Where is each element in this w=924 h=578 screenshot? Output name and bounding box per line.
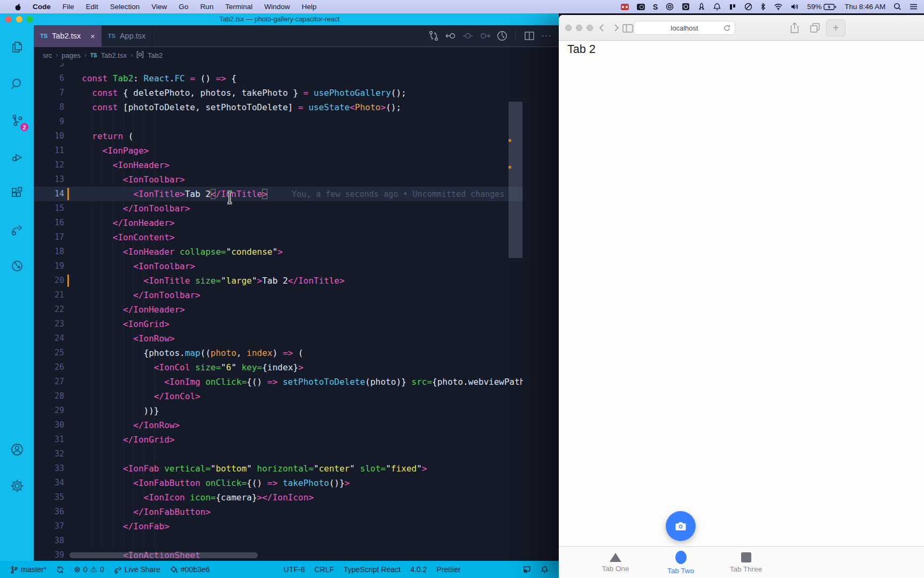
- notifications-bell-icon[interactable]: [536, 566, 553, 574]
- live-share-item[interactable]: Live Share: [109, 565, 165, 574]
- ion-tab-tab-one[interactable]: Tab One: [583, 547, 648, 578]
- formatter-item[interactable]: Prettier: [432, 565, 465, 574]
- explorer-icon[interactable]: [0, 29, 34, 66]
- menu-item-run[interactable]: Run: [194, 3, 219, 11]
- code-line-34[interactable]: 34 <IonFabButton onClick={() => takePhot…: [34, 476, 523, 490]
- menu-item-go[interactable]: Go: [173, 3, 194, 11]
- address-bar[interactable]: localhost: [634, 21, 735, 35]
- code-line-22[interactable]: 22 </IonHeader>: [34, 302, 523, 317]
- tab-overview-icon[interactable]: [808, 21, 822, 34]
- code-line-21[interactable]: 21 </IonToolbar>: [34, 288, 523, 302]
- timeline-clock-icon[interactable]: [496, 30, 508, 42]
- volume-menu-icon[interactable]: [791, 3, 799, 10]
- vscode-minimize-button[interactable]: [16, 16, 22, 22]
- ts-version-item[interactable]: 4.0.2: [405, 565, 432, 574]
- code-line-25[interactable]: 25 {photos.map((photo, index) => (: [34, 346, 523, 360]
- do-not-disturb-menu-icon[interactable]: [744, 3, 752, 11]
- spotlight-search-icon[interactable]: [894, 3, 902, 11]
- code-line-18[interactable]: 18 <IonHeader collapse="condense">: [34, 245, 523, 259]
- camera-menu-icon[interactable]: [637, 4, 645, 10]
- vertical-scrollbar[interactable]: [509, 102, 522, 258]
- safari-minimize-button[interactable]: [576, 25, 582, 31]
- code-line-19[interactable]: 19 <IonToolbar>: [34, 259, 523, 273]
- menu-clock[interactable]: Thu 8:46 AM: [844, 3, 886, 11]
- tab-tab2-tsx[interactable]: TS Tab2.tsx ×: [34, 25, 102, 47]
- split-editor-icon[interactable]: [523, 30, 535, 42]
- code-line-20[interactable]: 20 <IonTitle size="large">Tab 2</IonTitl…: [34, 273, 523, 288]
- record-menu-icon[interactable]: [666, 3, 674, 11]
- rocket-menu-icon[interactable]: [698, 3, 705, 11]
- code-line-15[interactable]: 15 </IonToolbar>: [34, 201, 523, 216]
- menu-item-view[interactable]: View: [145, 3, 173, 11]
- ion-tab-tab-two[interactable]: Tab Two: [648, 547, 713, 578]
- accounts-icon[interactable]: [0, 431, 34, 468]
- code-line-27[interactable]: 27 <IonImg onClick={() => setPhotoToDele…: [34, 375, 523, 389]
- menu-item-code[interactable]: Code: [27, 3, 57, 11]
- code-line-31[interactable]: 31 </IonGrid>: [34, 432, 523, 447]
- code-line-24[interactable]: 24 <IonRow>: [34, 331, 523, 346]
- problems-item[interactable]: ⊗0 ⚠0: [69, 565, 109, 574]
- code-line-32[interactable]: 32: [34, 447, 523, 461]
- vscode-close-button[interactable]: [5, 16, 12, 22]
- navigate-back-icon[interactable]: [445, 30, 457, 42]
- bell-menu-icon[interactable]: [713, 3, 721, 11]
- breadcrumb-src[interactable]: src: [43, 51, 52, 59]
- code-line-29[interactable]: 29 ))}: [34, 404, 523, 418]
- code-line-14[interactable]: 14 <IonTitle>Tab 2</IonTitle>You, a few …: [34, 187, 523, 201]
- encoding-item[interactable]: UTF-8: [279, 565, 310, 574]
- code-line-10[interactable]: 10 return (: [34, 129, 523, 143]
- sync-item[interactable]: [51, 566, 69, 574]
- wifi-menu-icon[interactable]: [774, 3, 783, 10]
- stats-menu-icon[interactable]: S: [653, 3, 658, 11]
- apple-icon[interactable]: [9, 3, 27, 11]
- new-tab-button[interactable]: +: [826, 19, 845, 36]
- feedback-item[interactable]: [518, 566, 536, 574]
- git-branch-item[interactable]: master*: [5, 565, 51, 574]
- notification-center-icon[interactable]: [910, 3, 918, 10]
- language-mode-item[interactable]: TypeScript React: [339, 565, 406, 574]
- breadcrumb-file[interactable]: Tab2.tsx: [101, 51, 127, 59]
- run-debug-icon[interactable]: [0, 139, 34, 175]
- tab-app-tsx[interactable]: TS App.tsx: [102, 25, 152, 47]
- menu-item-terminal[interactable]: Terminal: [219, 3, 258, 11]
- ion-tab-tab-three[interactable]: Tab Three: [713, 547, 779, 578]
- code-line-9[interactable]: 9: [34, 115, 523, 129]
- code-line-8[interactable]: 8 const [photoToDelete, setPhotoToDelete…: [34, 100, 523, 115]
- code-line-17[interactable]: 17 <IonContent>: [34, 230, 523, 245]
- breadcrumb-pages[interactable]: pages: [61, 51, 80, 59]
- code-line-35[interactable]: 35 <IonIcon icon={camera}></IonIcon>: [34, 490, 523, 505]
- camera-fab-button[interactable]: [666, 511, 696, 541]
- color-highlight-item[interactable]: #00b3e6: [165, 565, 215, 574]
- menu-item-file[interactable]: File: [57, 3, 80, 11]
- code-line-13[interactable]: 13 <IonToolbar>: [34, 172, 523, 187]
- safari-close-button[interactable]: [565, 25, 572, 31]
- menu-item-window[interactable]: Window: [258, 3, 296, 11]
- share-icon[interactable]: [788, 21, 802, 34]
- code-line-26[interactable]: 26 <IonCol size="6" key={index}>: [34, 360, 523, 375]
- horizontal-scrollbar[interactable]: [70, 552, 258, 558]
- code-line-23[interactable]: 23 <IonGrid>: [34, 317, 523, 331]
- filmstrip-menu-icon[interactable]: [621, 4, 629, 10]
- forward-button[interactable]: [610, 22, 622, 34]
- back-button[interactable]: [596, 22, 608, 34]
- compare-changes-icon[interactable]: [428, 30, 440, 42]
- code-line-33[interactable]: 33 <IonFab vertical="bottom" horizontal=…: [34, 461, 523, 476]
- eol-item[interactable]: CRLF: [310, 565, 339, 574]
- live-share-icon[interactable]: [0, 211, 34, 248]
- code-line-12[interactable]: 12 <IonHeader>: [34, 158, 523, 172]
- tab-close-icon[interactable]: ×: [90, 32, 95, 41]
- ionic-preview-icon[interactable]: [0, 248, 34, 284]
- extensions-icon[interactable]: [0, 175, 34, 211]
- menu-item-selection[interactable]: Selection: [104, 3, 146, 11]
- bluetooth-menu-icon[interactable]: [760, 3, 766, 11]
- menu-item-edit[interactable]: Edit: [80, 3, 104, 11]
- vscode-zoom-button[interactable]: [27, 16, 33, 22]
- menu-item-help[interactable]: Help: [296, 3, 322, 11]
- source-control-icon[interactable]: 2: [0, 102, 34, 139]
- code-line-11[interactable]: 11 <IonPage>: [34, 143, 523, 158]
- spaces-menu-icon[interactable]: [729, 3, 736, 11]
- search-icon[interactable]: [0, 66, 34, 102]
- code-line-5[interactable]: 5: [34, 63, 523, 71]
- code-line-36[interactable]: 36 </IonFabButton>: [34, 505, 523, 519]
- code-line-6[interactable]: 6const Tab2: React.FC = () => {: [34, 71, 523, 86]
